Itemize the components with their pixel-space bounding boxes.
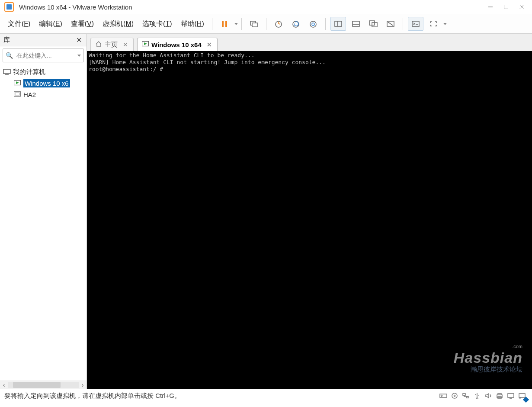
svg-rect-5 — [225, 21, 227, 27]
menu-tabs[interactable]: 选项卡(T) — [138, 18, 176, 30]
tree-root-my-computer[interactable]: 我的计算机 — [0, 66, 87, 78]
svg-rect-34 — [498, 394, 501, 395]
tree-item-label: HA2 — [23, 91, 36, 98]
status-network-icon[interactable] — [461, 391, 471, 401]
status-text: 要将输入定向到该虚拟机，请在虚拟机内部单击或按 Ctrl+G。 — [4, 392, 181, 400]
svg-rect-12 — [335, 21, 342, 26]
window-title: Windows 10 x64 - VMware Workstation — [19, 3, 132, 11]
tab-windows10x64[interactable]: Windows 10 x64 ✕ — [137, 38, 218, 51]
vmware-logo-icon — [4, 2, 14, 12]
vm-off-icon — [13, 90, 22, 99]
tab-label: 主页 — [105, 41, 118, 49]
svg-point-10 — [310, 21, 316, 27]
svg-point-11 — [312, 23, 314, 26]
close-button[interactable] — [514, 1, 529, 13]
svg-rect-25 — [15, 93, 19, 95]
home-icon — [95, 41, 102, 48]
svg-rect-31 — [463, 394, 465, 395]
scroll-track[interactable] — [8, 382, 79, 388]
console-line: root@homeassistant:/ # — [89, 66, 163, 72]
vm-console[interactable]: Waiting for the Home Assistant CLI to be… — [87, 51, 532, 389]
tab-close-button[interactable]: ✕ — [206, 41, 213, 48]
tab-close-button[interactable]: ✕ — [122, 41, 129, 48]
console-line: [WARN] Home Assistant CLI not starting! … — [89, 59, 326, 65]
svg-rect-21 — [3, 69, 10, 74]
library-header: 库 ✕ — [0, 34, 87, 46]
view-ctrl-only-button[interactable] — [383, 17, 398, 30]
svg-line-19 — [388, 22, 393, 26]
library-tree: 我的计算机 Windows 10 x6 HA2 — [0, 65, 87, 381]
svg-rect-1 — [504, 5, 508, 9]
send-ctrl-alt-del-button[interactable] — [247, 17, 261, 30]
console-line: Waiting for the Home Assistant CLI to be… — [89, 52, 255, 58]
svg-rect-4 — [222, 21, 224, 27]
status-usb-icon[interactable] — [472, 391, 482, 401]
library-close-button[interactable]: ✕ — [74, 36, 83, 44]
power-dropdown[interactable] — [234, 23, 238, 25]
minimize-button[interactable] — [483, 1, 498, 13]
tab-label: Windows 10 x64 — [151, 41, 202, 48]
tree-item-ha2[interactable]: HA2 — [0, 89, 87, 100]
maximize-button[interactable] — [498, 1, 514, 13]
pause-vm-button[interactable] — [217, 17, 232, 30]
status-bar: 要将输入定向到该虚拟机，请在虚拟机内部单击或按 Ctrl+G。 — [0, 389, 532, 402]
status-printer-icon[interactable] — [495, 391, 504, 401]
tree-item-windows10x64[interactable]: Windows 10 x6 — [0, 78, 87, 89]
library-hscrollbar[interactable]: ‹ › — [0, 381, 87, 389]
snapshot-take-button[interactable] — [271, 17, 286, 30]
svg-rect-20 — [412, 21, 419, 26]
fullscreen-dropdown[interactable] — [443, 23, 447, 25]
vm-running-icon — [142, 41, 149, 48]
search-icon: 🔍 — [6, 52, 13, 59]
status-cd-icon[interactable] — [450, 391, 459, 401]
view-single-button[interactable] — [330, 17, 346, 31]
menu-view[interactable]: 查看(V) — [67, 18, 98, 30]
tree-root-label: 我的计算机 — [13, 68, 45, 76]
snapshot-revert-button[interactable] — [288, 17, 303, 30]
snapshot-manager-button[interactable] — [306, 17, 320, 30]
library-title: 库 — [3, 36, 10, 44]
tab-strip: 主页 ✕ Windows 10 x64 ✕ — [87, 34, 532, 51]
tab-home[interactable]: 主页 ✕ — [90, 38, 134, 51]
main-area: 主页 ✕ Windows 10 x64 ✕ Waiting for the Ho… — [87, 34, 532, 389]
view-split-button[interactable] — [349, 17, 363, 30]
vm-running-icon — [13, 79, 22, 87]
svg-rect-38 — [519, 394, 525, 397]
status-harddisk-icon[interactable] — [439, 391, 448, 401]
menu-bar: 文件(F) 编辑(E) 查看(V) 虚拟机(M) 选项卡(T) 帮助(H) — [0, 14, 532, 34]
tree-item-label: Windows 10 x6 — [23, 79, 70, 87]
status-sound-icon[interactable] — [484, 391, 493, 401]
svg-point-28 — [441, 395, 442, 397]
menu-edit[interactable]: 编辑(E) — [35, 18, 66, 30]
library-search[interactable]: 🔍 — [3, 48, 84, 62]
svg-rect-7 — [252, 23, 257, 27]
fullscreen-button[interactable] — [426, 17, 441, 30]
menu-help[interactable]: 帮助(H) — [176, 18, 208, 30]
library-search-input[interactable] — [16, 52, 76, 59]
status-display-icon[interactable] — [506, 391, 516, 401]
svg-rect-36 — [508, 394, 514, 397]
svg-point-29 — [452, 393, 457, 398]
search-dropdown[interactable] — [77, 55, 81, 57]
library-sidebar: 库 ✕ 🔍 我的计算机 Windows 10 x6 — [0, 34, 87, 389]
menu-vm[interactable]: 虚拟机(M) — [98, 18, 138, 30]
menu-file[interactable]: 文件(F) — [3, 18, 35, 30]
status-message-icon[interactable] — [517, 391, 527, 401]
svg-point-30 — [454, 395, 455, 397]
view-unity-button[interactable] — [366, 17, 381, 30]
title-bar: Windows 10 x64 - VMware Workstation — [0, 0, 532, 14]
computer-icon — [3, 68, 11, 76]
scroll-left-button[interactable]: ‹ — [0, 381, 8, 389]
scroll-thumb[interactable] — [13, 382, 61, 388]
scroll-right-button[interactable]: › — [79, 381, 87, 389]
console-view-button[interactable] — [408, 17, 423, 31]
svg-rect-14 — [353, 21, 359, 26]
